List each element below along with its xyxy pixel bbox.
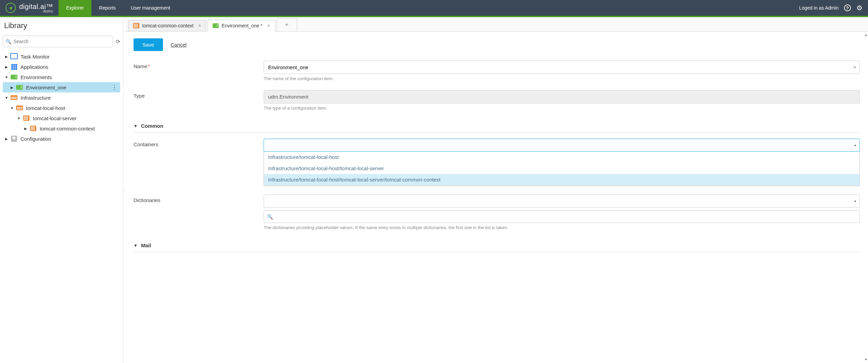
config-icon (10, 136, 18, 142)
collapse-icon[interactable]: ▼ (4, 96, 9, 100)
dropdown-option[interactable]: Infrastructure/tomcat-local-host/tomcat-… (264, 163, 859, 174)
scroll-up-icon[interactable]: ▲ (864, 32, 868, 38)
type-help: The type of a configuration item. (264, 105, 860, 111)
environment-icon (16, 84, 23, 90)
sidebar-search[interactable]: 🔍 (3, 36, 113, 47)
collapse-icon[interactable]: ▼ (16, 116, 21, 120)
tree-task-monitor[interactable]: ▶ Task Monitor (3, 51, 120, 62)
dictionaries-label: Dictionaries (134, 195, 264, 203)
logo-icon: ➤ (5, 3, 16, 13)
section-mail[interactable]: ▼ Mail (134, 239, 860, 252)
containers-select[interactable] (264, 139, 860, 152)
dictionaries-help: The dictionaries providing placeholder v… (264, 225, 860, 230)
name-help: The name of the configuration item. (264, 76, 860, 81)
brand-name: digital.ai (19, 3, 46, 10)
save-button[interactable]: Save (134, 38, 163, 51)
type-input (264, 90, 860, 103)
host-icon (16, 105, 23, 111)
cancel-button[interactable]: Cancel (171, 42, 187, 48)
sidebar-title: Library (3, 21, 120, 30)
form-panel: ▲ Save Cancel Name* × The name of the co… (125, 32, 868, 363)
logged-in-label: Loged in as Admin (799, 5, 839, 11)
collapse-icon[interactable]: ▼ (4, 75, 9, 79)
context-icon (133, 23, 139, 28)
content-pane: tomcat-common-context × Environment_one … (125, 17, 868, 363)
tree-tomcat-host[interactable]: ▼ tomcat-local-host (3, 103, 120, 113)
refresh-icon[interactable]: ⟳ (116, 38, 120, 45)
tree-applications[interactable]: ▶ Applications (3, 62, 120, 72)
tree-tomcat-context[interactable]: ▶ tomcat-common-context (3, 123, 120, 134)
dropdown-option[interactable]: Infrastructure/tomcat-local-host (264, 151, 859, 163)
nav-explorer[interactable]: Explorer (59, 0, 91, 16)
server-icon (23, 115, 30, 121)
expand-icon[interactable]: ▶ (4, 137, 9, 141)
sidebar-search-input[interactable] (3, 36, 113, 47)
infrastructure-icon (10, 95, 18, 101)
sidebar: Library 🔍 ⟳ ▶ Task Monitor ▶ Application… (0, 17, 123, 363)
expand-icon[interactable]: ▶ (4, 65, 9, 69)
name-input[interactable] (264, 61, 860, 74)
expand-icon[interactable]: ▶ (4, 55, 9, 59)
library-tree: ▶ Task Monitor ▶ Applications ▼ Environm… (3, 51, 120, 144)
tree-tomcat-server[interactable]: ▼ tomcat-local-server (3, 113, 120, 123)
dropdown-option[interactable]: Infrastructure/tomcat-local-host/tomcat-… (264, 174, 859, 185)
tab-environment-one[interactable]: Environment_one * × (207, 20, 275, 32)
top-navbar: ➤ digital.ai™ deploy Explorer Reports Us… (0, 0, 868, 16)
scroll-down-icon[interactable]: ▼ (864, 356, 868, 363)
more-actions-icon[interactable]: ⋮ (111, 84, 117, 91)
dictionaries-search-input[interactable] (264, 210, 860, 223)
nav-reports[interactable]: Reports (91, 0, 123, 16)
dictionaries-select[interactable] (264, 195, 860, 208)
chevron-down-icon: ▼ (134, 243, 138, 248)
help-icon[interactable]: ? (844, 4, 851, 11)
apps-icon (10, 64, 18, 70)
settings-gear-icon[interactable]: ⚙ (856, 4, 863, 12)
close-icon[interactable]: × (198, 23, 201, 28)
tab-label: Environment_one * (222, 23, 262, 28)
clear-icon[interactable]: × (853, 64, 856, 71)
tree-infrastructure[interactable]: ▼ Infrastructure (3, 92, 120, 103)
name-label: Name* (134, 61, 264, 69)
environment-icon (213, 23, 219, 28)
tab-label: tomcat-common-context (142, 23, 193, 28)
collapse-icon[interactable]: ▼ (10, 106, 14, 110)
close-icon[interactable]: × (267, 23, 270, 28)
containers-dropdown: Infrastructure/tomcat-local-host Infrast… (264, 151, 860, 186)
add-tab-button[interactable]: + (277, 18, 297, 31)
monitor-icon (10, 53, 18, 60)
type-label: Type (134, 90, 264, 99)
tree-environment-one[interactable]: ▶ Environment_one ⋮ (3, 82, 120, 92)
search-icon: 🔍 (267, 214, 273, 220)
expand-icon[interactable]: ▶ (10, 86, 14, 89)
environment-icon (10, 74, 18, 80)
tab-tomcat-context[interactable]: tomcat-common-context × (128, 20, 206, 31)
section-common[interactable]: ▼ Common (134, 120, 860, 133)
expand-icon[interactable]: ▶ (23, 127, 28, 130)
nav-user-management[interactable]: User management (123, 0, 178, 16)
context-icon (29, 125, 37, 132)
search-icon: 🔍 (5, 39, 11, 44)
tree-environments[interactable]: ▼ Environments (3, 72, 120, 82)
tree-configuration[interactable]: ▶ Configuration (3, 134, 120, 144)
tabs-bar: tomcat-common-context × Environment_one … (125, 17, 868, 32)
chevron-down-icon: ▼ (134, 124, 138, 128)
brand-logo: ➤ digital.ai™ deploy (0, 0, 59, 16)
containers-label: Containers (134, 139, 264, 147)
